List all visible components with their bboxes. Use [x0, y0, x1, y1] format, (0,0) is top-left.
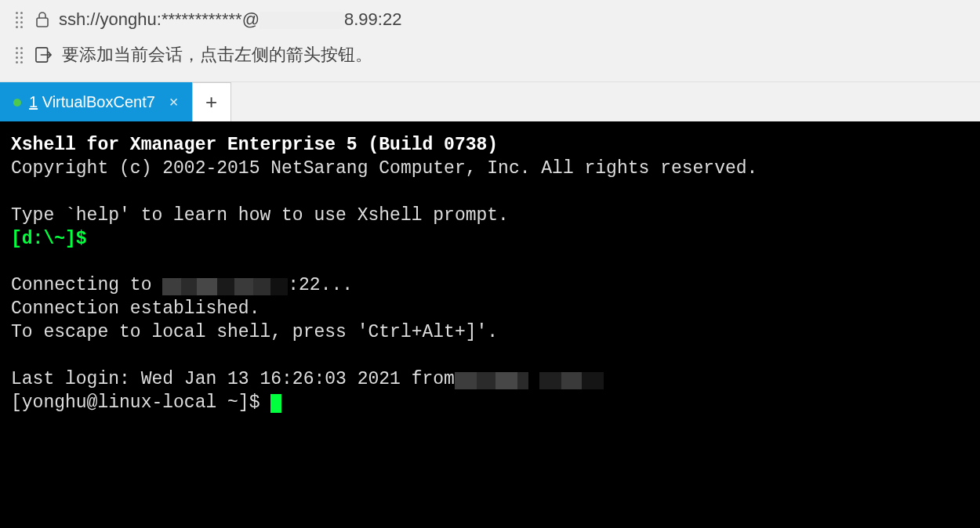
redacted-host [162, 278, 288, 295]
terminal-line: :22... [288, 275, 353, 295]
drag-handle-icon[interactable] [16, 12, 23, 28]
close-tab-button[interactable]: × [169, 93, 179, 111]
address-prefix: ssh://yonghu: [59, 9, 162, 29]
address-mask: ************ [162, 9, 242, 29]
terminal-line: To escape to local shell, press 'Ctrl+Al… [11, 322, 498, 342]
hint-text: 要添加当前会话，点击左侧的箭头按钮。 [62, 43, 372, 67]
address-at: @ [242, 9, 260, 29]
tab-label: VirtualBoxCent7 [42, 93, 155, 110]
terminal-output[interactable]: Xshell for Xmanager Enterprise 5 (Build … [0, 121, 980, 528]
lock-icon [35, 13, 49, 27]
local-prompt: [d:\~]$ [11, 229, 87, 249]
tab-number: 1 [29, 93, 38, 110]
new-tab-button[interactable]: + [192, 82, 231, 121]
terminal-line: Copyright (c) 2002-2015 NetSarang Comput… [11, 158, 757, 179]
cursor-icon [270, 394, 281, 413]
connected-status-icon [13, 99, 21, 107]
shell-prompt: [yonghu@linux-local ~]$ [11, 392, 270, 413]
drag-handle-icon[interactable] [16, 47, 23, 63]
address-suffix: 8.99:22 [344, 9, 401, 29]
terminal-line: Type `help' to learn how to use Xshell p… [11, 205, 509, 226]
tab-session-1[interactable]: 1 VirtualBoxCent7 × [0, 82, 192, 121]
redacted-from [455, 372, 604, 389]
address-bar[interactable]: ssh://yonghu:************@8.99:22 [59, 9, 401, 30]
svg-rect-0 [37, 18, 48, 27]
terminal-line: Connecting to [11, 275, 162, 295]
tab-bar: 1 VirtualBoxCent7 × + [0, 82, 980, 121]
add-session-arrow-icon[interactable] [35, 46, 53, 63]
plus-icon: + [205, 90, 217, 114]
terminal-line: Connection established. [11, 298, 260, 319]
terminal-line: Xshell for Xmanager Enterprise 5 (Build … [11, 135, 498, 155]
redacted-ip [260, 12, 344, 29]
terminal-line: Last login: Wed Jan 13 16:26:03 2021 fro… [11, 369, 455, 389]
